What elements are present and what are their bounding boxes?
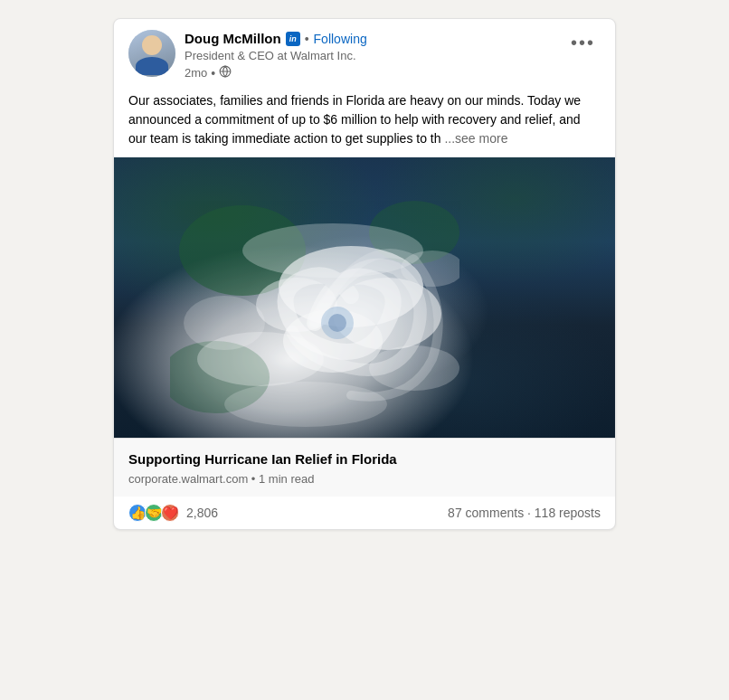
post-header: Doug McMillon in • Following President &…	[114, 19, 615, 88]
svg-point-13	[224, 382, 387, 427]
post-text: Our associates, families and friends in …	[114, 88, 615, 157]
reaction-count[interactable]: 2,806	[186, 506, 218, 520]
post-text-content: Our associates, families and friends in …	[128, 93, 581, 146]
post-image[interactable]	[114, 157, 615, 438]
reaction-emojis: 👍 🤝 ❤️	[128, 504, 177, 522]
reactions-left: 👍 🤝 ❤️ 2,806	[128, 504, 218, 522]
link-preview[interactable]: Supporting Hurricane Ian Relief in Flori…	[114, 438, 615, 497]
reactions-separator: ·	[527, 506, 535, 520]
meta-dot: •	[211, 67, 215, 80]
see-more-text: ...see more	[444, 131, 507, 146]
following-label[interactable]: Following	[314, 32, 367, 46]
linkedin-icon: in	[286, 32, 300, 46]
avatar[interactable]	[128, 30, 175, 77]
dot-separator: •	[305, 33, 309, 45]
post-card: Doug McMillon in • Following President &…	[113, 18, 616, 530]
post-time: 2mo	[185, 66, 207, 80]
see-more-link[interactable]: ...see more	[444, 131, 507, 146]
celebrate-reaction-icon: 🤝	[145, 504, 163, 522]
more-options-button[interactable]: •••	[565, 30, 601, 55]
svg-point-12	[369, 345, 459, 391]
reactions-right: 87 comments · 118 reposts	[448, 506, 601, 520]
hurricane-satellite-image	[114, 157, 615, 438]
link-domain: corporate.walmart.com	[128, 472, 248, 486]
hurricane-swirl-graphic	[170, 196, 459, 438]
author-title: President & CEO at Walmart Inc.	[185, 49, 367, 64]
love-reaction-icon: ❤️	[161, 504, 179, 522]
link-meta: corporate.walmart.com • 1 min read	[128, 472, 601, 486]
svg-point-15	[242, 223, 423, 278]
link-title: Supporting Hurricane Ian Relief in Flori…	[128, 449, 601, 468]
svg-point-10	[328, 314, 346, 332]
link-separator: •	[251, 472, 259, 486]
comments-count[interactable]: 87 comments	[448, 506, 524, 520]
like-reaction-icon: 👍	[128, 504, 147, 522]
svg-point-14	[184, 296, 265, 350]
link-read-time: 1 min read	[259, 472, 314, 486]
author-name-row: Doug McMillon in • Following	[185, 30, 367, 48]
globe-icon	[219, 65, 232, 80]
reactions-bar: 👍 🤝 ❤️ 2,806 87 comments · 118 reposts	[114, 497, 615, 529]
reposts-count[interactable]: 118 reposts	[535, 506, 601, 520]
author-info: Doug McMillon in • Following President &…	[185, 30, 367, 80]
header-left: Doug McMillon in • Following President &…	[128, 30, 367, 80]
post-meta: 2mo •	[185, 65, 367, 80]
author-name[interactable]: Doug McMillon	[185, 30, 281, 48]
